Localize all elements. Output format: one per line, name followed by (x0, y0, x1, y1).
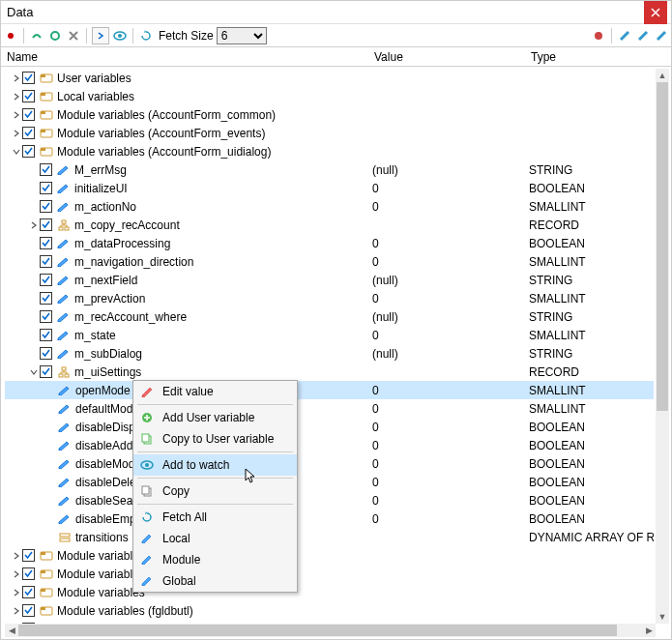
expand-toggle-icon[interactable] (28, 348, 40, 360)
expand-toggle-icon[interactable] (11, 568, 22, 580)
expand-toggle-icon[interactable] (11, 550, 22, 562)
expand-toggle-icon[interactable] (45, 403, 57, 415)
checkbox-icon[interactable] (22, 72, 35, 84)
tree-row[interactable]: User variables (5, 69, 654, 87)
expand-toggle-icon[interactable] (45, 440, 57, 451)
toolbar-btn-1[interactable] (3, 28, 18, 44)
expand-toggle-icon[interactable] (28, 330, 40, 341)
tree-row[interactable]: m_nextField(null)STRING (5, 271, 654, 289)
expand-toggle-icon[interactable] (11, 146, 22, 158)
checkbox-icon[interactable] (40, 329, 52, 341)
tree-row[interactable]: m_navigation_direction0SMALLINT (5, 252, 654, 271)
tree-row[interactable]: m_dataProcessing0BOOLEAN (5, 234, 654, 252)
checkbox-icon[interactable] (40, 255, 52, 268)
toolbar-btn-3[interactable] (47, 28, 63, 44)
expand-toggle-icon[interactable] (28, 256, 40, 268)
context-menu-item[interactable]: Local (133, 528, 297, 549)
expand-toggle-icon[interactable] (28, 238, 40, 249)
expand-toggle-icon[interactable] (45, 532, 57, 543)
toolbar-btn-r4[interactable] (654, 28, 669, 44)
data-tree[interactable]: User variablesLocal variablesModule vari… (5, 69, 654, 624)
checkbox-icon[interactable] (40, 182, 52, 194)
col-name[interactable]: Name (1, 50, 368, 64)
tree-row[interactable]: transitionsDYNAMIC ARRAY OF RECO (5, 528, 654, 546)
checkbox-icon[interactable] (40, 347, 52, 360)
expand-toggle-icon[interactable] (45, 422, 57, 433)
horizontal-scrollbar[interactable]: ◀ ▶ (5, 624, 656, 637)
expand-toggle-icon[interactable] (45, 513, 57, 525)
toolbar-btn-r2[interactable] (617, 28, 632, 44)
expand-toggle-icon[interactable] (11, 605, 22, 617)
expand-toggle-icon[interactable] (28, 183, 40, 194)
expand-toggle-icon[interactable] (28, 219, 40, 231)
tree-row[interactable]: openMode0SMALLINT (5, 381, 654, 399)
expand-toggle-icon[interactable] (11, 73, 22, 84)
checkbox-icon[interactable] (40, 237, 52, 249)
context-menu-item[interactable]: Add to watch (133, 454, 297, 476)
scroll-thumb[interactable] (657, 82, 668, 411)
context-menu[interactable]: Edit valueAdd User variableCopy to User … (132, 380, 298, 593)
context-menu-item[interactable]: Copy to User variable (133, 428, 297, 450)
tree-row[interactable]: Module variables (AccountForm_common) (5, 105, 654, 124)
expand-toggle-icon[interactable] (28, 164, 40, 176)
context-menu-item[interactable]: Copy (133, 480, 297, 502)
toolbar-btn-refresh[interactable] (138, 28, 154, 44)
expand-toggle-icon[interactable] (45, 477, 57, 488)
tree-row[interactable]: m_recAccount_where(null)STRING (5, 307, 654, 326)
expand-toggle-icon[interactable] (28, 293, 40, 305)
checkbox-icon[interactable] (22, 145, 35, 158)
expand-toggle-icon[interactable] (28, 366, 40, 378)
context-menu-item[interactable]: Edit value (133, 381, 297, 402)
checkbox-icon[interactable] (22, 90, 35, 102)
tree-row[interactable]: m_prevAction0SMALLINT (5, 289, 654, 307)
checkbox-icon[interactable] (40, 310, 52, 323)
col-type[interactable]: Type (525, 50, 671, 64)
tree-row[interactable]: disableSearch0BOOLEAN (5, 491, 654, 509)
tree-row[interactable]: disableAdd0BOOLEAN (5, 436, 654, 454)
checkbox-icon[interactable] (22, 586, 35, 598)
tree-row[interactable]: Module variables (AccountForm_uidialog) (5, 142, 654, 160)
fetch-size-select[interactable]: 6 (217, 27, 267, 44)
expand-toggle-icon[interactable] (45, 495, 57, 507)
checkbox-icon[interactable] (40, 365, 52, 378)
expand-toggle-icon[interactable] (11, 91, 22, 102)
checkbox-icon[interactable] (22, 108, 35, 121)
toolbar-btn-nav[interactable] (92, 27, 109, 44)
context-menu-item[interactable]: Module (133, 549, 297, 570)
tree-row[interactable]: disableEmpty0BOOLEAN (5, 509, 654, 528)
scroll-down-icon[interactable]: ▼ (656, 610, 669, 624)
close-button[interactable] (644, 1, 667, 24)
tree-row[interactable]: Module variables (fgldbutl) (5, 601, 654, 620)
expand-toggle-icon[interactable] (28, 311, 40, 323)
checkbox-icon[interactable] (22, 604, 35, 617)
vertical-scrollbar[interactable]: ▲ ▼ (656, 69, 669, 624)
checkbox-icon[interactable] (40, 200, 52, 213)
toolbar-btn-r3[interactable] (635, 28, 651, 44)
scroll-thumb-h[interactable] (18, 625, 617, 636)
expand-toggle-icon[interactable] (45, 385, 57, 396)
expand-toggle-icon[interactable] (11, 109, 22, 121)
tree-row[interactable]: disableModify0BOOLEAN (5, 454, 654, 473)
checkbox-icon[interactable] (22, 567, 35, 580)
scroll-up-icon[interactable]: ▲ (656, 69, 669, 82)
expand-toggle-icon[interactable] (11, 128, 22, 139)
tree-row[interactable]: disableDelete0BOOLEAN (5, 473, 654, 491)
toolbar-btn-2[interactable] (29, 28, 44, 44)
context-menu-item[interactable]: Fetch All (133, 507, 297, 528)
checkbox-icon[interactable] (22, 549, 35, 562)
tree-row[interactable]: Module variables (5, 546, 654, 565)
tree-row[interactable]: m_actionNo0SMALLINT (5, 197, 654, 216)
scroll-left-icon[interactable]: ◀ (5, 624, 18, 637)
checkbox-icon[interactable] (40, 218, 52, 231)
tree-row[interactable]: M_errMsg(null)STRING (5, 160, 654, 179)
tree-row[interactable]: Module variables (5, 583, 654, 601)
tree-row[interactable]: m_subDialog(null)STRING (5, 344, 654, 363)
tree-row[interactable]: defaultMode0SMALLINT (5, 399, 654, 418)
tree-row[interactable]: m_copy_recAccountRECORD (5, 216, 654, 234)
expand-toggle-icon[interactable] (28, 201, 40, 213)
expand-toggle-icon[interactable] (11, 587, 22, 598)
toolbar-btn-delete[interactable] (66, 28, 81, 44)
tree-row[interactable]: Local variables (5, 87, 654, 105)
expand-toggle-icon[interactable] (45, 458, 57, 470)
tree-row[interactable]: m_uiSettingsRECORD (5, 363, 654, 381)
